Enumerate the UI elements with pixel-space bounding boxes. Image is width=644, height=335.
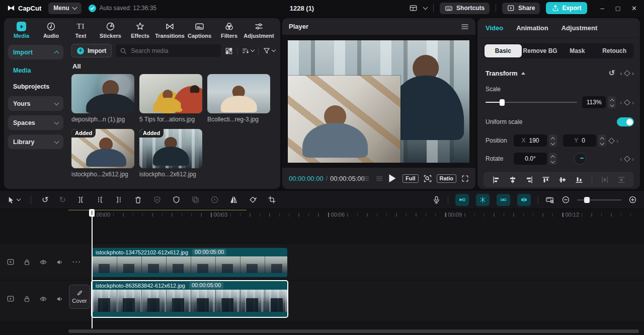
player-menu-icon[interactable] bbox=[461, 23, 469, 30]
scale-slider-handle[interactable] bbox=[500, 99, 505, 106]
tab-captions[interactable]: Captions bbox=[185, 22, 214, 39]
rotate-dial[interactable] bbox=[574, 153, 586, 165]
delete-right-icon[interactable] bbox=[115, 195, 123, 204]
mode-mask[interactable]: Mask bbox=[559, 44, 596, 57]
lock-icon[interactable] bbox=[23, 295, 31, 303]
keyframe-diamond-icon[interactable] bbox=[624, 70, 630, 77]
crop-icon[interactable] bbox=[268, 195, 276, 204]
timeline-zoom-slider[interactable] bbox=[577, 197, 621, 203]
select-tool[interactable] bbox=[7, 196, 20, 204]
scale-slider[interactable] bbox=[486, 99, 577, 106]
auto-snap-toggle[interactable] bbox=[455, 194, 469, 206]
next-frame-icon[interactable] bbox=[376, 175, 383, 182]
position-x-stepper[interactable] bbox=[549, 135, 557, 147]
speaker-icon[interactable] bbox=[56, 258, 64, 266]
maximize-button[interactable]: ▢ bbox=[615, 5, 620, 12]
eye-icon[interactable] bbox=[39, 295, 47, 303]
mask-icon[interactable] bbox=[172, 195, 181, 204]
rotate-value-field[interactable]: 0.0° bbox=[514, 153, 547, 165]
playhead-handle[interactable] bbox=[89, 209, 95, 217]
align-center-vertical-icon[interactable] bbox=[558, 176, 567, 184]
auto-split-toggle[interactable] bbox=[476, 194, 490, 206]
sidebar-item-yours[interactable]: Yours bbox=[8, 96, 63, 111]
rotate-stepper[interactable] bbox=[549, 153, 557, 165]
align-right-icon[interactable] bbox=[525, 176, 533, 184]
minimize-button[interactable]: – bbox=[600, 5, 604, 12]
split-preview-toggle[interactable] bbox=[517, 194, 531, 206]
search-input[interactable] bbox=[130, 47, 217, 55]
search-box[interactable] bbox=[116, 44, 221, 57]
ratio-button[interactable]: Ratio bbox=[437, 174, 457, 183]
position-y-stepper[interactable] bbox=[598, 135, 606, 147]
full-button[interactable]: Full bbox=[403, 174, 419, 183]
timeline-clip-2-selected[interactable]: istockphoto-863583842-612x612.jpg 00:00:… bbox=[91, 280, 288, 318]
sidebar-item-import[interactable]: Import bbox=[8, 45, 63, 59]
zoom-out-icon[interactable] bbox=[561, 195, 570, 204]
cover-button[interactable]: Cover bbox=[69, 285, 90, 309]
position-y-field[interactable]: Y 0 bbox=[563, 135, 596, 147]
zoom-slider-handle[interactable] bbox=[584, 197, 590, 203]
position-x-field[interactable]: X 190 bbox=[514, 135, 547, 147]
rotate-icon[interactable] bbox=[249, 195, 257, 204]
play-button[interactable] bbox=[389, 174, 396, 182]
delete-left-icon[interactable] bbox=[96, 195, 104, 204]
align-center-horizontal-icon[interactable] bbox=[509, 176, 517, 184]
preview-zoom-icon[interactable] bbox=[424, 175, 432, 182]
media-item[interactable]: 5 Tips for...ations.jpg bbox=[139, 74, 202, 123]
fullscreen-icon[interactable] bbox=[461, 175, 469, 182]
position-keyframe-nav[interactable]: › bbox=[609, 137, 618, 145]
mode-retouch[interactable]: Retouch bbox=[596, 44, 633, 57]
scale-value-field[interactable]: 113% bbox=[582, 96, 606, 108]
zoom-in-icon[interactable] bbox=[628, 195, 637, 204]
grid-view-icon[interactable] bbox=[225, 47, 233, 55]
media-thumbnail[interactable]: Added bbox=[71, 129, 134, 168]
filter-icon[interactable] bbox=[263, 47, 275, 55]
link-toggle[interactable] bbox=[497, 194, 510, 206]
timeline-ruler[interactable]: 00:00 00:03 00:06 00:09 00:12 bbox=[0, 209, 644, 221]
align-left-icon[interactable] bbox=[492, 176, 500, 184]
menu-button[interactable]: Menu bbox=[48, 3, 81, 14]
transform-title[interactable]: Transform bbox=[486, 70, 518, 77]
tab-effects[interactable]: Effects bbox=[126, 22, 154, 39]
media-item[interactable]: Added istockpho...2x612.jpg bbox=[71, 129, 134, 178]
align-bottom-icon[interactable] bbox=[575, 176, 583, 184]
tab-text[interactable]: TI Text bbox=[66, 22, 95, 39]
scale-stepper[interactable] bbox=[608, 96, 616, 108]
shortcuts-button[interactable]: Shortcuts bbox=[440, 3, 490, 14]
export-button[interactable]: Export bbox=[546, 2, 587, 14]
filter-all-label[interactable]: All bbox=[72, 62, 275, 70]
delete-icon[interactable] bbox=[134, 195, 142, 204]
speaker-icon[interactable] bbox=[56, 295, 64, 303]
sidebar-item-subprojects[interactable]: Subprojects bbox=[8, 80, 63, 93]
split-icon[interactable] bbox=[76, 195, 85, 204]
layout-chevron-icon[interactable] bbox=[423, 5, 428, 10]
tab-video[interactable]: Video bbox=[486, 24, 503, 32]
media-thumbnail[interactable] bbox=[139, 74, 202, 113]
uniform-scale-toggle[interactable] bbox=[617, 117, 634, 126]
media-item[interactable]: depositph...n (1).jpg bbox=[71, 74, 134, 123]
import-media-button[interactable]: + Import bbox=[71, 44, 112, 57]
tab-filters[interactable]: Filters bbox=[215, 22, 244, 39]
media-item[interactable]: Bcollecti...reg-3.jpg bbox=[207, 74, 270, 123]
previous-frame-icon[interactable] bbox=[362, 175, 370, 182]
timeline-horizontal-scrollbar[interactable] bbox=[68, 329, 639, 333]
align-top-icon[interactable] bbox=[542, 176, 550, 184]
playhead[interactable] bbox=[92, 209, 93, 328]
overlay-clip-image[interactable] bbox=[288, 76, 400, 163]
mirror-icon[interactable] bbox=[229, 195, 238, 204]
undo-button[interactable]: ↺ bbox=[42, 196, 48, 204]
tab-audio[interactable]: Audio bbox=[37, 22, 65, 39]
media-item[interactable]: Added istockpho...2x612.jpg bbox=[139, 129, 202, 178]
video-preview[interactable] bbox=[288, 40, 469, 163]
timeline-clip-1[interactable]: istockphoto-1347522102-612x612.jpg 00:00… bbox=[92, 248, 287, 277]
rotate-keyframe-nav[interactable]: ‹ › bbox=[620, 155, 634, 163]
tab-adjustment2[interactable]: Adjustment bbox=[561, 24, 598, 32]
timeline-view-icon[interactable] bbox=[545, 195, 554, 204]
close-button[interactable]: ✕ bbox=[631, 5, 637, 12]
tab-adjustment[interactable]: Adjustment bbox=[245, 22, 273, 39]
layout-icon[interactable] bbox=[409, 4, 418, 12]
collapse-icon[interactable] bbox=[521, 72, 525, 75]
eye-icon[interactable] bbox=[39, 258, 47, 266]
tab-media[interactable]: Media bbox=[7, 22, 36, 39]
media-thumbnail[interactable]: Added bbox=[139, 129, 202, 168]
